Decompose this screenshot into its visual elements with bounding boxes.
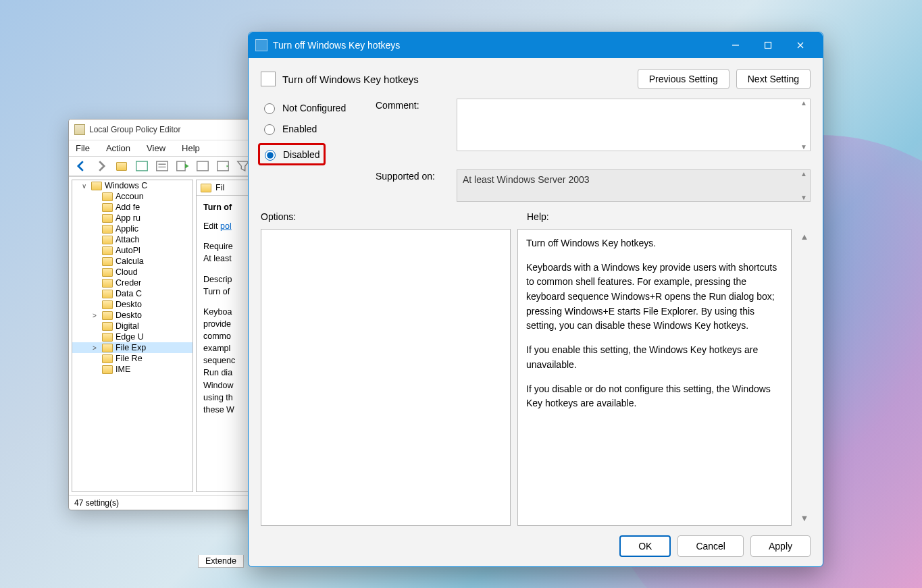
tree-pane[interactable]: ∨Windows CAccounAdd feApp ruApplicAttach… xyxy=(72,180,193,492)
tree-item[interactable]: Accoun xyxy=(72,191,193,202)
tree-item[interactable]: Add fe xyxy=(72,202,193,213)
svg-rect-0 xyxy=(136,161,148,171)
forward-button[interactable] xyxy=(93,159,109,173)
tool-5[interactable] xyxy=(215,159,231,173)
gpedit-icon xyxy=(74,124,85,135)
tree-item[interactable]: >File Exp xyxy=(72,342,193,353)
menu-view[interactable]: View xyxy=(144,142,168,155)
tree-item[interactable]: Creder xyxy=(72,277,193,288)
cancel-button[interactable]: Cancel xyxy=(677,535,744,557)
policy-title: Turn off Windows Key hotkeys xyxy=(282,74,419,85)
menu-help[interactable]: Help xyxy=(179,142,203,155)
tree-item[interactable]: Edge U xyxy=(72,331,193,342)
apply-button[interactable]: Apply xyxy=(750,535,811,557)
comment-textarea[interactable]: ▲▼ xyxy=(457,99,811,151)
help-box[interactable]: Turn off Windows Key hotkeys. Keyboards … xyxy=(517,229,792,526)
comment-scrollbar[interactable]: ▲▼ xyxy=(798,99,810,151)
breadcrumb: Fil xyxy=(215,183,224,192)
gpedit-title-text: Local Group Policy Editor xyxy=(89,125,180,134)
comment-label: Comment: xyxy=(376,99,450,111)
options-label: Options: xyxy=(261,211,516,222)
tool-1[interactable] xyxy=(134,159,150,173)
tree-item[interactable]: AutoPl xyxy=(72,245,193,256)
svg-rect-5 xyxy=(765,43,771,49)
radio-not-configured-input[interactable] xyxy=(264,103,275,114)
close-button[interactable] xyxy=(785,35,816,55)
dialog-titlebar[interactable]: Turn off Windows Key hotkeys xyxy=(249,32,823,58)
dialog-icon xyxy=(255,39,267,51)
radio-enabled-label: Enabled xyxy=(282,124,317,134)
supported-label: Supported on: xyxy=(376,169,450,182)
tree-root[interactable]: ∨Windows C xyxy=(72,180,193,191)
tree-item[interactable]: Digital xyxy=(72,321,193,331)
tab-extended[interactable]: Extende xyxy=(198,555,244,568)
folder-icon xyxy=(201,184,211,192)
state-radios: Not Configured Enabled Disabled xyxy=(261,99,369,165)
radio-enabled-input[interactable] xyxy=(264,124,275,135)
help-p1: Turn off Windows Key hotkeys. xyxy=(526,236,783,251)
status-text: 47 setting(s) xyxy=(74,498,119,508)
tool-3[interactable] xyxy=(174,159,190,173)
tree-item[interactable]: Cloud xyxy=(72,267,193,277)
options-box[interactable] xyxy=(261,229,511,526)
tree-item[interactable]: Applic xyxy=(72,223,193,234)
minimize-button[interactable] xyxy=(720,35,751,55)
tree-item[interactable]: Data C xyxy=(72,288,193,299)
tree-item[interactable]: Attach xyxy=(72,234,193,245)
radio-not-configured-label: Not Configured xyxy=(282,103,346,113)
ok-button[interactable]: OK xyxy=(619,535,671,557)
edit-label: Edit xyxy=(203,221,220,231)
radio-disabled-input[interactable] xyxy=(265,150,276,161)
help-label: Help: xyxy=(527,211,811,222)
next-setting-button[interactable]: Next Setting xyxy=(736,69,811,89)
help-p4: If you disable or do not configure this … xyxy=(526,382,783,411)
tree-item[interactable]: Calcula xyxy=(72,256,193,267)
supported-box: At least Windows Server 2003 ▲▼ xyxy=(457,169,811,202)
help-scrollbar[interactable]: ▲▼ xyxy=(798,229,811,526)
back-button[interactable] xyxy=(73,159,89,173)
tree-item[interactable]: IME xyxy=(72,364,193,375)
policy-dialog: Turn off Windows Key hotkeys Turn off Wi… xyxy=(248,32,823,567)
svg-rect-3 xyxy=(197,161,209,171)
policy-setting-link[interactable]: pol xyxy=(220,221,232,231)
tree-item[interactable]: App ru xyxy=(72,213,193,223)
tree-item[interactable]: Deskto xyxy=(72,299,193,310)
disabled-highlight: Disabled xyxy=(258,143,326,165)
svg-rect-1 xyxy=(157,161,168,171)
radio-disabled-label: Disabled xyxy=(283,149,319,160)
maximize-button[interactable] xyxy=(752,35,784,55)
supported-value: At least Windows Server 2003 xyxy=(463,174,590,185)
previous-setting-button[interactable]: Previous Setting xyxy=(638,69,729,89)
radio-disabled[interactable]: Disabled xyxy=(261,148,319,161)
tool-2[interactable] xyxy=(154,159,170,173)
supported-scrollbar[interactable]: ▲▼ xyxy=(798,170,810,201)
up-button[interactable] xyxy=(113,159,130,173)
radio-not-configured[interactable]: Not Configured xyxy=(261,101,369,114)
tree-item[interactable]: File Re xyxy=(72,353,193,364)
tree-item[interactable]: >Deskto xyxy=(72,310,193,321)
help-p3: If you enable this setting, the Windows … xyxy=(526,343,783,372)
tool-4[interactable] xyxy=(195,159,211,173)
detail-tabs: Extende xyxy=(198,555,244,568)
radio-enabled[interactable]: Enabled xyxy=(261,122,369,135)
dialog-title-text: Turn off Windows Key hotkeys xyxy=(273,40,400,51)
menu-file[interactable]: File xyxy=(73,142,93,155)
policy-icon xyxy=(261,72,276,86)
help-p2: Keyboards with a Windows key provide use… xyxy=(526,261,783,333)
svg-rect-2 xyxy=(177,161,185,171)
menu-action[interactable]: Action xyxy=(103,142,133,155)
